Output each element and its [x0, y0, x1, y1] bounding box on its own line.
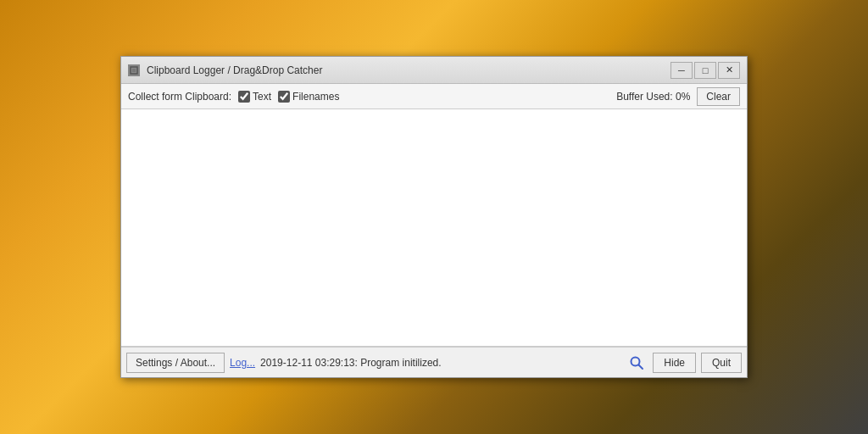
hide-button[interactable]: Hide [653, 353, 696, 373]
close-button[interactable]: ✕ [718, 62, 740, 79]
title-bar: Clipboard Logger / Drag&Drop Catcher ─ □… [121, 57, 747, 84]
window-controls: ─ □ ✕ [670, 62, 740, 79]
text-checkbox[interactable] [238, 91, 250, 103]
status-bar: Settings / About... Log... 2019-12-11 03… [121, 347, 747, 377]
status-text: 2019-12-11 03:29:13: Program initilized. [260, 357, 620, 369]
text-checkbox-label[interactable]: Text [238, 91, 271, 103]
text-checkbox-text: Text [253, 91, 271, 103]
content-area [121, 109, 747, 347]
maximize-button[interactable]: □ [694, 62, 716, 79]
minimize-button[interactable]: ─ [670, 62, 693, 79]
search-icon-button[interactable] [626, 353, 648, 373]
filenames-checkbox-label[interactable]: Filenames [278, 91, 339, 103]
collect-label: Collect form Clipboard: [128, 91, 231, 103]
toolbar: Collect form Clipboard: Text Filenames B… [121, 84, 747, 109]
quit-button[interactable]: Quit [701, 353, 742, 373]
svg-line-3 [639, 364, 643, 369]
app-window: Clipboard Logger / Drag&Drop Catcher ─ □… [120, 56, 748, 378]
log-link[interactable]: Log... [230, 357, 255, 369]
clear-button[interactable]: Clear [697, 87, 740, 106]
svg-rect-1 [132, 69, 136, 72]
filenames-checkbox-text: Filenames [292, 91, 339, 103]
window-title: Clipboard Logger / Drag&Drop Catcher [147, 64, 670, 76]
filenames-checkbox[interactable] [278, 91, 290, 103]
settings-button[interactable]: Settings / About... [126, 353, 225, 373]
app-icon [128, 64, 140, 76]
buffer-used-text: Buffer Used: 0% [616, 91, 690, 103]
